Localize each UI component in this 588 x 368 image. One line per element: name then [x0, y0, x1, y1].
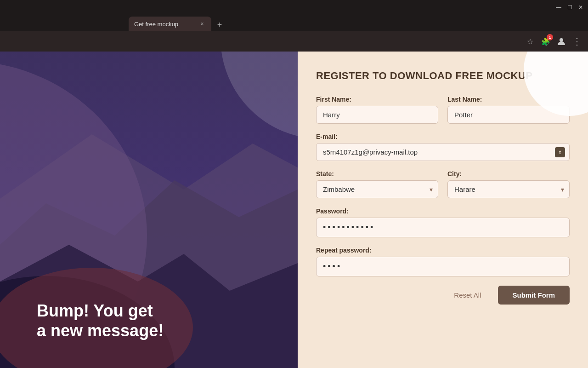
new-tab-button[interactable]: +	[213, 18, 226, 31]
toolbar-icons: ☆ 🧩 1 ⋮	[525, 36, 582, 47]
state-label: State:	[316, 170, 438, 178]
repeat-password-row: Repeat password:	[316, 247, 570, 276]
registration-form: First Name: Last Name: E-mail: t	[316, 96, 570, 305]
svg-point-0	[560, 38, 563, 42]
first-name-input[interactable]	[316, 106, 438, 124]
maximize-button[interactable]: ☐	[566, 4, 573, 11]
close-button[interactable]: ✕	[577, 4, 584, 11]
email-type-icon: t	[555, 147, 565, 157]
state-select-wrapper: Zimbabwe Zambia South Africa Kenya ▾	[316, 180, 438, 198]
password-label: Password:	[316, 207, 570, 215]
email-wrapper: t	[316, 143, 570, 161]
left-panel-message: Bump! You geta new message!	[37, 301, 164, 340]
minimize-button[interactable]: —	[555, 4, 562, 11]
email-label: E-mail:	[316, 133, 570, 140]
form-actions: Reset All Submit Form	[316, 286, 570, 305]
reset-button[interactable]: Reset All	[447, 287, 488, 304]
active-tab[interactable]: Get free mockup ×	[129, 17, 211, 31]
extensions-icon[interactable]: 🧩 1	[540, 36, 551, 47]
first-name-label: First Name:	[316, 96, 438, 103]
city-select-wrapper: Harare Bulawayo Mutare ▾	[447, 180, 570, 198]
repeat-password-group: Repeat password:	[316, 247, 570, 276]
browser-chrome: — ☐ ✕ Get free mockup × + ☆ 🧩 1 ⋮	[0, 0, 588, 52]
email-input[interactable]	[316, 143, 570, 161]
toolbar: ☆ 🧩 1 ⋮	[0, 31, 588, 52]
profile-icon[interactable]	[556, 36, 567, 47]
state-group: State: Zimbabwe Zambia South Africa Keny…	[316, 170, 438, 198]
state-city-row: State: Zimbabwe Zambia South Africa Keny…	[316, 170, 570, 198]
tab-title: Get free mockup	[134, 21, 195, 28]
city-group: City: Harare Bulawayo Mutare ▾	[447, 170, 570, 198]
main-content: Bump! You geta new message! REGISTER TO …	[0, 52, 588, 368]
password-group: Password:	[316, 207, 570, 237]
tab-bar: Get free mockup × +	[0, 15, 588, 31]
repeat-password-input[interactable]	[316, 257, 570, 276]
name-row: First Name: Last Name:	[316, 96, 570, 124]
first-name-group: First Name:	[316, 96, 438, 124]
password-row: Password:	[316, 207, 570, 237]
submit-button[interactable]: Submit Form	[498, 286, 570, 305]
city-label: City:	[447, 170, 570, 178]
extension-badge: 1	[547, 34, 553, 40]
bookmark-icon[interactable]: ☆	[525, 36, 536, 47]
email-row: E-mail: t	[316, 133, 570, 161]
title-bar: — ☐ ✕	[0, 0, 588, 15]
repeat-password-label: Repeat password:	[316, 247, 570, 254]
menu-icon[interactable]: ⋮	[571, 36, 582, 47]
email-group: E-mail: t	[316, 133, 570, 161]
window-controls: — ☐ ✕	[555, 4, 584, 11]
tab-close-button[interactable]: ×	[198, 20, 206, 28]
left-panel: Bump! You geta new message!	[0, 52, 298, 368]
right-panel: REGISTER TO DOWNLOAD FREE MOCKUP First N…	[298, 52, 588, 368]
password-input[interactable]	[316, 218, 570, 237]
state-select[interactable]: Zimbabwe Zambia South Africa Kenya	[316, 180, 438, 198]
city-select[interactable]: Harare Bulawayo Mutare	[447, 180, 570, 198]
